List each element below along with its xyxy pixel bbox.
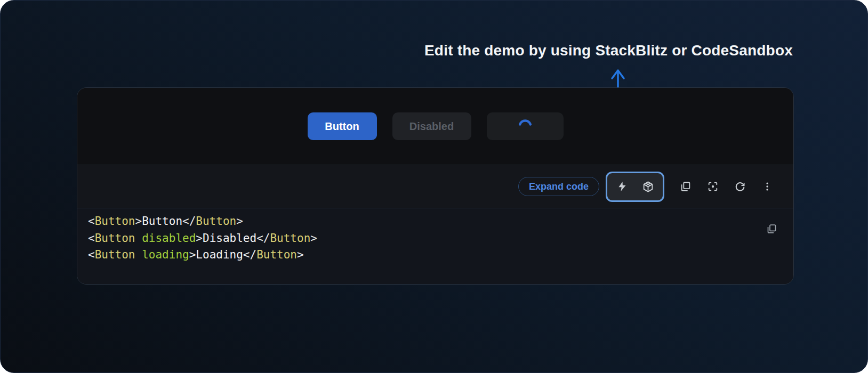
demo-button-disabled[interactable]: Disabled [392,112,471,140]
code-token: Button [270,232,310,245]
code-token: </ [256,232,270,245]
code-token: > [189,248,196,261]
demo-toolbar: Expand code [77,165,793,208]
annotation-text: Edit the demo by using StackBlitz or Cod… [424,42,793,59]
code-token: > [310,232,317,245]
arrow-head [612,70,624,78]
center-focus-icon[interactable] [707,181,719,192]
code-token: > [135,215,142,228]
code-token: < [88,232,95,245]
demo-panel: Button Disabled Expand code [77,87,794,285]
code-token [135,232,142,245]
codesandbox-icon[interactable] [642,181,654,193]
more-options-icon[interactable] [761,181,773,192]
code-copy-icon[interactable] [766,223,777,234]
code-token: Button [95,232,135,245]
code-token: Button [256,248,297,261]
code-token: > [196,232,203,245]
refresh-icon[interactable] [734,181,746,192]
code-block: <Button>Button</Button> <Button disabled… [77,208,793,284]
code-token: Button [142,215,182,228]
code-token: < [88,215,95,228]
code-token: </ [182,215,196,228]
page-background: Edit the demo by using StackBlitz or Cod… [0,0,868,373]
code-token: > [297,248,304,261]
code-token [135,248,142,261]
demo-preview: Button Disabled [77,88,793,165]
edit-icons-highlight-group [606,172,664,202]
code-token: Button [196,215,236,228]
code-content: <Button>Button</Button> <Button disabled… [88,213,783,264]
code-token: </ [243,248,256,261]
code-token: < [88,248,95,261]
code-token: Button [95,215,135,228]
code-token: disabled [142,232,196,245]
demo-button-primary[interactable]: Button [308,112,377,140]
code-token: > [236,215,243,228]
code-token: Button [95,248,135,261]
code-token: Loading [196,248,243,261]
expand-code-button[interactable]: Expand code [518,177,599,196]
demo-button-loading[interactable] [487,112,564,140]
loading-spinner-icon [517,118,534,135]
code-token: Disabled [203,232,256,245]
code-token: loading [142,248,189,261]
stackblitz-icon[interactable] [616,181,628,192]
copy-icon[interactable] [680,181,692,192]
